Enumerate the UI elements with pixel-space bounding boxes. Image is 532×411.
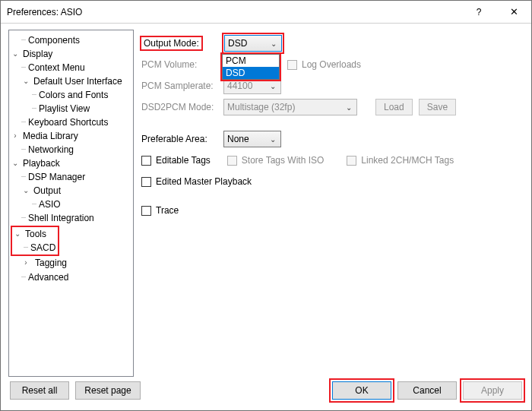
preferences-tree[interactable]: ▸┄Components ⌄Display ┄Context Menu ⌄Def… [8,30,134,377]
dsd2pcm-combo: Multistage (32fp)⌄ [223,99,357,115]
ok-button[interactable]: OK [332,381,391,400]
tree-item-tools[interactable]: Tools [24,229,48,239]
window-title: Preferences: ASIO [7,7,461,17]
tree-item-sacd[interactable]: SACD [29,242,57,253]
load-button: Load [375,99,413,115]
tree-item-networking[interactable]: Networking [27,144,75,155]
chevron-down-icon: ⌄ [343,103,355,112]
label-dsd2pcm: DSD2PCM Mode: [141,102,217,112]
chevron-down-icon: ⌄ [267,82,279,90]
pcm-samplerate-combo: 44100⌄ [223,77,281,94]
tree-item-shell-integration[interactable]: Shell Integration [27,213,96,223]
trace-checkbox[interactable]: Trace [141,202,179,219]
dropdown-option-dsd[interactable]: DSD [223,67,279,79]
save-button: Save [419,99,456,115]
tree-item-display[interactable]: Display [21,49,54,59]
tree-item-dui[interactable]: Default User Interface [32,76,124,87]
edited-master-checkbox[interactable]: Edited Master Playback [141,173,252,190]
tree-item-asio[interactable]: ASIO [37,199,62,210]
tree-item-colors-fonts[interactable]: Colors and Fonts [37,90,109,100]
editable-tags-checkbox[interactable]: Editable Tags [141,152,211,169]
tree-item-kb-shortcuts[interactable]: Keyboard Shortcuts [27,117,109,128]
reset-page-button[interactable]: Reset page [75,381,141,400]
reset-all-button[interactable]: Reset all [10,381,69,400]
close-button[interactable]: ✕ [496,1,531,24]
tree-item-media-library[interactable]: Media Library [21,131,80,141]
help-button[interactable]: ? [461,1,496,24]
log-overloads-checkbox: Log Overloads [287,56,361,73]
label-output-mode: Output Mode: [141,37,201,49]
pref-area-combo[interactable]: None⌄ [223,131,281,147]
chevron-down-icon: ⌄ [268,40,280,48]
output-mode-combo[interactable]: DSD⌄ [224,35,282,52]
tree-item-playlist-view[interactable]: Playlist View [37,103,91,114]
tree-item-playback[interactable]: Playback [21,158,62,169]
tree-item-output[interactable]: Output [32,185,62,196]
label-pcm-samplerate: PCM Samplerate: [141,81,217,91]
apply-button: Apply [463,381,522,400]
store-tags-iso-checkbox: Store Tags With ISO [227,152,325,169]
cancel-button[interactable]: Cancel [397,381,457,400]
title-bar: Preferences: ASIO ? ✕ [1,1,531,24]
output-mode-dropdown[interactable]: PCM DSD [222,54,280,80]
tree-item-dsp-manager[interactable]: DSP Manager [27,172,87,182]
label-pcm-volume: PCM Volume: [141,59,217,70]
settings-panel: Output Mode: DSD⌄ PCM DSD PCM Volume: ⌄ [141,30,524,377]
dropdown-option-pcm[interactable]: PCM [223,55,279,67]
dialog-footer: Reset all Reset page OK Cancel Apply [8,377,524,407]
tree-item-tagging[interactable]: Tagging [33,258,68,268]
linked-tags-checkbox: Linked 2CH/MCH Tags [347,152,454,169]
tree-item-context-menu[interactable]: Context Menu [27,62,87,73]
chevron-down-icon: ⌄ [267,135,279,144]
tree-item-advanced[interactable]: Advanced [27,272,70,283]
tree-item-components[interactable]: Components [27,35,81,46]
label-pref-area: Preferable Area: [141,134,217,144]
